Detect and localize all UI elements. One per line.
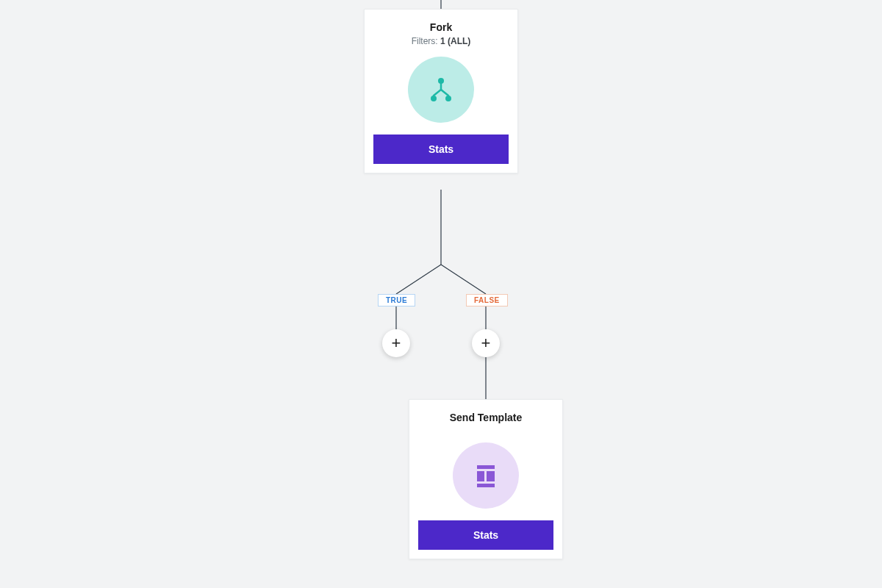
svg-rect-13	[477, 484, 495, 487]
node-fork[interactable]: Fork Filters: 1 (ALL) Stats	[364, 9, 518, 173]
svg-rect-12	[487, 471, 495, 481]
node-send-template-title: Send Template	[450, 412, 523, 423]
fork-stats-button[interactable]: Stats	[373, 135, 509, 164]
send-template-stats-button[interactable]: Stats	[418, 520, 553, 550]
svg-line-3	[441, 265, 486, 294]
svg-rect-10	[477, 465, 495, 469]
add-step-true-button[interactable]: +	[382, 329, 410, 357]
node-fork-filters-value: 1 (ALL)	[440, 36, 470, 46]
branch-label-true: TRUE	[378, 294, 415, 306]
plus-icon: +	[481, 335, 491, 351]
svg-line-2	[396, 265, 441, 294]
node-fork-title: Fork	[430, 21, 452, 33]
plus-icon: +	[392, 335, 401, 351]
node-send-template[interactable]: Send Template Stats	[409, 399, 563, 559]
branch-label-false: FALSE	[466, 294, 508, 306]
node-fork-filters-label: Filters:	[412, 36, 438, 46]
node-fork-subtitle: Filters: 1 (ALL)	[412, 36, 471, 46]
svg-rect-11	[477, 471, 484, 481]
add-step-false-button[interactable]: +	[472, 329, 500, 357]
fork-icon	[408, 57, 474, 123]
template-icon	[453, 442, 519, 509]
